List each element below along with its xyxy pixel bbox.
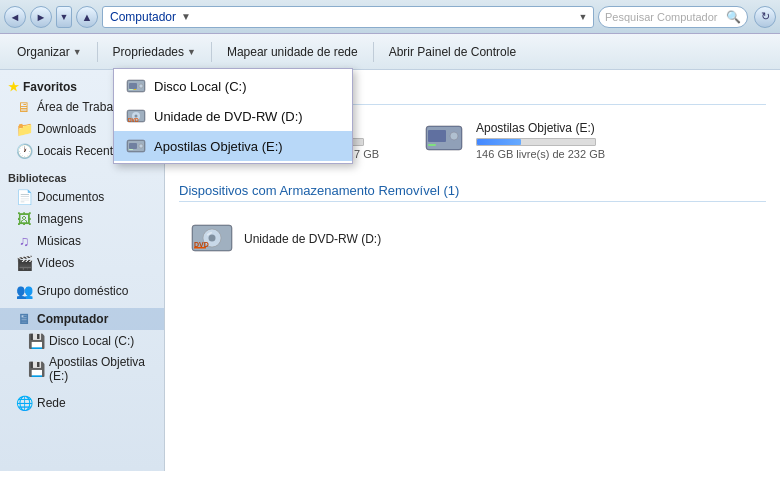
sidebar-item-documentos[interactable]: 📄 Documentos [0, 186, 164, 208]
disk-e-icon: 💾 [28, 361, 44, 377]
sidebar-label-computador: Computador [37, 312, 108, 326]
music-icon: ♫ [16, 233, 32, 249]
video-icon: 🎬 [16, 255, 32, 271]
images-icon: 🖼 [16, 211, 32, 227]
map-drive-button[interactable]: Mapear unidade de rede [218, 39, 367, 65]
sidebar-item-imagens[interactable]: 🖼 Imagens [0, 208, 164, 230]
sidebar-item-videos[interactable]: 🎬 Vídeos [0, 252, 164, 274]
desktop-icon: 🖥 [16, 99, 32, 115]
path-arrow: ▼ [179, 11, 193, 22]
svg-rect-4 [129, 89, 133, 90]
svg-rect-5 [134, 89, 136, 90]
svg-rect-26 [428, 130, 446, 142]
sidebar-item-apostilas-e[interactable]: 💾 Apostilas Objetiva (E:) [0, 352, 164, 386]
downloads-icon: 📁 [16, 121, 32, 137]
organize-label: Organizar [17, 45, 70, 59]
drive-e-info: Apostilas Objetiva (E:) 146 GB livre(s) … [476, 121, 622, 160]
sidebar-label-rede: Rede [37, 396, 66, 410]
group-icon: 👥 [16, 283, 32, 299]
open-control-panel-label: Abrir Painel de Controle [389, 45, 516, 59]
dropdown-item-dvd-d[interactable]: DVD Unidade de DVD-RW (D:) [114, 101, 352, 131]
drive-e-size: 146 GB livre(s) de 232 GB [476, 148, 622, 160]
favorites-label: Favoritos [23, 80, 77, 94]
dropdown-item-apostilas-e[interactable]: Apostilas Objetiva (E:) [114, 131, 352, 161]
properties-label: Propriedades [113, 45, 184, 59]
dropdown-trigger-btn[interactable]: ▼ [56, 6, 72, 28]
back-button[interactable]: ◄ [4, 6, 26, 28]
svg-rect-15 [129, 149, 133, 150]
star-icon: ★ [8, 80, 19, 94]
disk-c-icon: 💾 [28, 333, 44, 349]
documents-icon: 📄 [16, 189, 32, 205]
svg-text:DVD: DVD [194, 241, 209, 248]
dropdown-item-label: Apostilas Objetiva (E:) [154, 139, 283, 154]
dvd-drive-icon: DVD [190, 219, 234, 259]
organize-button[interactable]: Organizar ▼ [8, 39, 91, 65]
grupo-section: 👥 Grupo doméstico [0, 280, 164, 302]
up-button[interactable]: ▲ [76, 6, 98, 28]
svg-point-3 [139, 84, 143, 88]
sidebar-item-disco-c[interactable]: 💾 Disco Local (C:) [0, 330, 164, 352]
address-bar[interactable]: Computador ▼ ▼ [102, 6, 594, 28]
search-box[interactable]: Pesquisar Computador 🔍 [598, 6, 748, 28]
map-drive-label: Mapear unidade de rede [227, 45, 358, 59]
computer-icon: 🖥 [16, 311, 32, 327]
sidebar-label-documentos: Documentos [37, 190, 104, 204]
svg-point-32 [209, 235, 216, 242]
sidebar-label-musicas: Músicas [37, 234, 81, 248]
open-control-panel-button[interactable]: Abrir Painel de Controle [380, 39, 525, 65]
drive-e-bar [477, 139, 521, 145]
drive-e-icon [424, 122, 464, 158]
sidebar-label-downloads: Downloads [37, 122, 96, 136]
dropdown-item-label: Unidade de DVD-RW (D:) [154, 109, 303, 124]
drive-e-bar-wrap [476, 138, 596, 146]
dvd-device-name: Unidade de DVD-RW (D:) [244, 232, 381, 246]
hdd-icon-e [126, 136, 146, 156]
refresh-button[interactable]: ↻ [754, 6, 776, 28]
svg-point-27 [450, 132, 458, 140]
path-item-computador[interactable]: Computador [107, 10, 179, 24]
toolbar-separator-3 [373, 42, 374, 62]
dropdown-item-label: Disco Local (C:) [154, 79, 246, 94]
removable-section-title: Dispositivos com Armazenamento Removível… [179, 183, 766, 202]
computer-section: 🖥 Computador 💾 Disco Local (C:) 💾 Aposti… [0, 308, 164, 386]
toolbar-separator [97, 42, 98, 62]
svg-point-14 [139, 144, 143, 148]
forward-button[interactable]: ► [30, 6, 52, 28]
dvd-icon-wrap: DVD [188, 217, 236, 261]
svg-text:DVD: DVD [128, 117, 139, 123]
sidebar-label-videos: Vídeos [37, 256, 74, 270]
sidebar-label-apostilas-e: Apostilas Objetiva (E:) [49, 355, 156, 383]
recent-icon: 🕐 [16, 143, 32, 159]
sidebar-label-disco-c: Disco Local (C:) [49, 334, 134, 348]
sidebar-item-computador[interactable]: 🖥 Computador [0, 308, 164, 330]
svg-rect-2 [129, 83, 137, 89]
drive-item-e[interactable]: Apostilas Objetiva (E:) 146 GB livre(s) … [411, 113, 631, 167]
sidebar-item-rede[interactable]: 🌐 Rede [0, 392, 164, 414]
sidebar-item-grupo[interactable]: 👥 Grupo doméstico [0, 280, 164, 302]
drive-e-icon-wrap [420, 120, 468, 160]
hdd-icon [126, 76, 146, 96]
properties-arrow: ▼ [187, 47, 196, 57]
libraries-section: Bibliotecas 📄 Documentos 🖼 Imagens ♫ Mús… [0, 168, 164, 274]
organize-arrow: ▼ [73, 47, 82, 57]
svg-rect-28 [428, 144, 436, 146]
sidebar-item-musicas[interactable]: ♫ Músicas [0, 230, 164, 252]
drive-e-name: Apostilas Objetiva (E:) [476, 121, 622, 135]
search-placeholder: Pesquisar Computador [605, 11, 724, 23]
search-icon: 🔍 [726, 10, 741, 24]
removable-grid: DVD Unidade de DVD-RW (D:) [179, 210, 766, 268]
svg-rect-13 [129, 143, 137, 149]
network-section: 🌐 Rede [0, 392, 164, 414]
toolbar-separator-2 [211, 42, 212, 62]
dvd-icon: DVD [126, 106, 146, 126]
sidebar-label-grupo: Grupo doméstico [37, 284, 128, 298]
nav-bar: ◄ ► ▼ ▲ Computador ▼ ▼ Pesquisar Computa… [0, 0, 780, 34]
toolbar: Organizar ▼ Propriedades ▼ Mapear unidad… [0, 34, 780, 70]
address-dropdown-menu: Disco Local (C:) DVD Unidade de DVD-RW (… [113, 68, 353, 164]
address-dropdown-btn[interactable]: ▼ [575, 8, 591, 26]
properties-button[interactable]: Propriedades ▼ [104, 39, 205, 65]
dropdown-item-disco-c[interactable]: Disco Local (C:) [114, 71, 352, 101]
dvd-device-item[interactable]: DVD Unidade de DVD-RW (D:) [179, 210, 399, 268]
sidebar-label-imagens: Imagens [37, 212, 83, 226]
